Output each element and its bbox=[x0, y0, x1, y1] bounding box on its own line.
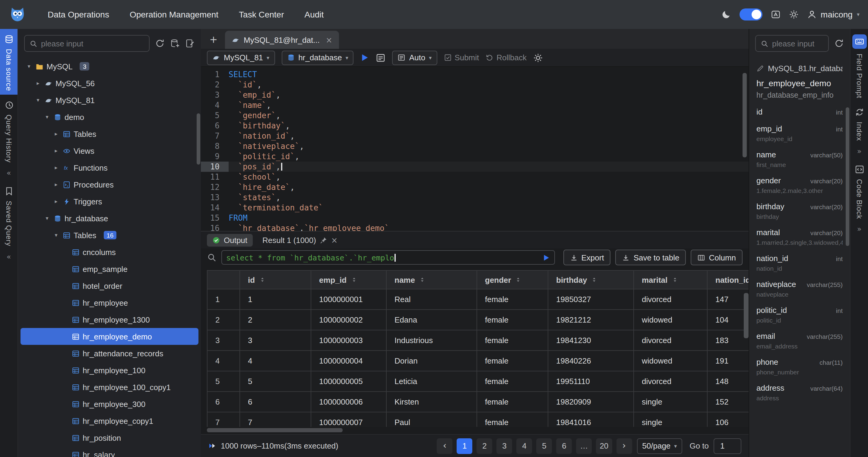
nav-item-task-center[interactable]: Task Center bbox=[228, 10, 294, 19]
grid-cell[interactable]: 106 bbox=[708, 413, 749, 427]
grid-cell[interactable]: 2 bbox=[240, 310, 311, 330]
collapse-chevron-icon[interactable]: » bbox=[857, 147, 862, 156]
page-button-1[interactable]: 1 bbox=[457, 438, 472, 454]
sort-icon[interactable] bbox=[515, 276, 522, 283]
panel-scrollbar[interactable] bbox=[846, 107, 849, 246]
translate-icon[interactable] bbox=[771, 10, 780, 19]
field-item-gender[interactable]: gendervarchar(20)1.female,2.male,3.other bbox=[756, 176, 843, 194]
field-item-email[interactable]: emailvarchar(255)email_address bbox=[756, 332, 843, 350]
hscroll-thumb[interactable] bbox=[207, 428, 343, 432]
connection-select[interactable]: MySQL_81 ▾ bbox=[207, 50, 275, 65]
grid-cell[interactable]: divorced bbox=[634, 371, 708, 392]
field-item-phone[interactable]: phonechar(11)phone_number bbox=[756, 358, 843, 376]
goto-page-input[interactable]: 1 bbox=[714, 438, 741, 454]
grid-cell[interactable]: 4 bbox=[240, 351, 311, 371]
column-header-marital[interactable]: marital bbox=[634, 270, 708, 289]
sort-icon[interactable] bbox=[671, 276, 678, 283]
grid-cell[interactable]: 1000000001 bbox=[311, 289, 386, 310]
grid-cell[interactable]: 183 bbox=[708, 330, 749, 351]
nav-item-audit[interactable]: Audit bbox=[294, 10, 334, 19]
tree-item-tables[interactable]: ▸Tables bbox=[21, 125, 198, 142]
tree-item-hr_employee_300[interactable]: hr_employee_300 bbox=[21, 395, 198, 413]
page-button-20[interactable]: 20 bbox=[596, 438, 612, 454]
grid-cell[interactable]: single bbox=[634, 392, 708, 413]
tree-item-functions[interactable]: ▸fxFunctions bbox=[21, 159, 198, 176]
grid-cell[interactable]: divorced bbox=[634, 330, 708, 351]
tree-item-mysql[interactable]: ▾MySQL3 bbox=[21, 58, 198, 75]
grid-cell[interactable]: 19951110 bbox=[548, 371, 634, 392]
nav-item-data-operations[interactable]: Data Operations bbox=[37, 10, 119, 19]
grid-cell[interactable]: 19840226 bbox=[548, 351, 634, 371]
tree-down-arrow-icon[interactable]: ▾ bbox=[34, 97, 42, 103]
tree-item-hotel_order[interactable]: hotel_order bbox=[21, 278, 198, 294]
grid-cell[interactable]: 19850327 bbox=[548, 289, 634, 310]
column-header-name[interactable]: name bbox=[386, 270, 477, 289]
rail-item-query-history[interactable]: Query History« bbox=[0, 95, 18, 181]
tree-right-arrow-icon[interactable]: ▸ bbox=[53, 198, 60, 204]
tree-right-arrow-icon[interactable]: ▸ bbox=[53, 148, 60, 154]
nav-item-operation-management[interactable]: Operation Management bbox=[119, 10, 228, 19]
sort-icon[interactable] bbox=[591, 276, 598, 283]
editor-settings-gear-icon[interactable] bbox=[533, 53, 543, 62]
column-header-id[interactable]: id bbox=[240, 270, 311, 289]
rail-item-index[interactable]: Index» bbox=[850, 102, 868, 159]
page-button-5[interactable]: 5 bbox=[536, 438, 552, 454]
refresh-icon[interactable] bbox=[155, 39, 165, 48]
grid-cell[interactable]: 19820909 bbox=[548, 392, 634, 413]
sort-icon[interactable] bbox=[418, 276, 426, 283]
add-datasource-icon[interactable] bbox=[170, 39, 180, 48]
tree-down-arrow-icon[interactable]: ▾ bbox=[25, 63, 33, 69]
row-number-cell[interactable]: 3 bbox=[207, 330, 240, 351]
column-button[interactable]: Column bbox=[691, 250, 743, 265]
tree-item-hr_employee_100_copy1[interactable]: hr_employee_100_copy1 bbox=[21, 379, 198, 395]
tab-result[interactable]: Result 1 (1000) × bbox=[262, 235, 338, 244]
grid-cell[interactable]: 1 bbox=[240, 289, 311, 310]
grid-cell[interactable]: 1000000006 bbox=[311, 392, 386, 413]
grid-cell[interactable]: 3 bbox=[240, 330, 311, 351]
row-number-cell[interactable]: 1 bbox=[207, 289, 240, 310]
tree-item-procedures[interactable]: ▸Procedures bbox=[21, 176, 198, 193]
grid-cell[interactable]: 148 bbox=[708, 371, 749, 392]
grid-cell[interactable]: female bbox=[477, 289, 548, 310]
tree-item-demo[interactable]: ▾demo bbox=[21, 108, 198, 125]
tree-item-cncolums[interactable]: cncolums bbox=[21, 243, 198, 260]
tree-right-arrow-icon[interactable]: ▸ bbox=[34, 80, 42, 86]
tree-item-hr_salary[interactable]: hr_salary bbox=[21, 446, 198, 457]
field-item-address[interactable]: addressvarchar(64)address bbox=[756, 384, 843, 401]
grid-cell[interactable]: 104 bbox=[708, 310, 749, 330]
rail-item-data-source[interactable]: Data source bbox=[0, 29, 18, 95]
result-sql-input[interactable]: select * from `hr_database`.`hr_emplo bbox=[221, 250, 555, 265]
refresh-fields-icon[interactable] bbox=[834, 39, 844, 48]
column-header-gender[interactable]: gender bbox=[477, 270, 548, 289]
tree-item-hr_employee_demo[interactable]: hr_employee_demo bbox=[21, 328, 198, 345]
field-item-nativeplace[interactable]: nativeplacevarchar(255)nativeplace bbox=[756, 280, 843, 298]
tree-item-views[interactable]: ▸Views bbox=[21, 142, 198, 159]
sort-icon[interactable] bbox=[350, 276, 358, 283]
rollback-button[interactable]: Rollback bbox=[486, 53, 527, 62]
grid-cell[interactable]: 1000000007 bbox=[311, 413, 386, 427]
tree-item-hr_employee_copy1[interactable]: hr_employee_copy1 bbox=[21, 413, 198, 429]
grid-cell[interactable]: 1000000003 bbox=[311, 330, 386, 351]
collapse-chevron-icon[interactable]: « bbox=[7, 252, 11, 261]
page-button-3[interactable]: 3 bbox=[496, 438, 512, 454]
submit-button[interactable]: Submit bbox=[444, 53, 479, 62]
tree-item-hr_attendance_records[interactable]: hr_attendance_records bbox=[21, 345, 198, 362]
field-item-id[interactable]: idint bbox=[756, 107, 843, 117]
field-item-birthday[interactable]: birthdayvarchar(20)birthday bbox=[756, 202, 843, 220]
collapse-chevron-icon[interactable]: « bbox=[7, 169, 11, 177]
tree-item-hr_employee_100[interactable]: hr_employee_100 bbox=[21, 362, 198, 379]
grid-cell[interactable]: 1000000002 bbox=[311, 310, 386, 330]
column-header-nation_id[interactable]: nation_id bbox=[708, 270, 749, 289]
grid-cell[interactable]: 7 bbox=[240, 413, 311, 427]
grid-cell[interactable]: 152 bbox=[708, 392, 749, 413]
tree-right-arrow-icon[interactable]: ▸ bbox=[53, 131, 60, 137]
page-button-2[interactable]: 2 bbox=[476, 438, 492, 454]
grid-cell[interactable]: divorced bbox=[634, 289, 708, 310]
grid-vscrollbar[interactable] bbox=[744, 293, 749, 338]
tree-item-mysql_81[interactable]: ▾MySQL_81 bbox=[21, 92, 198, 108]
field-item-marital[interactable]: maritalvarchar(20)1.married,2.single,3.w… bbox=[756, 228, 843, 246]
tree-down-arrow-icon[interactable]: ▾ bbox=[43, 215, 51, 221]
tree-right-arrow-icon[interactable]: ▸ bbox=[53, 165, 60, 171]
tree-item-hr_employee_1300[interactable]: hr_employee_1300 bbox=[21, 311, 198, 328]
settings-gear-icon[interactable] bbox=[789, 10, 798, 19]
